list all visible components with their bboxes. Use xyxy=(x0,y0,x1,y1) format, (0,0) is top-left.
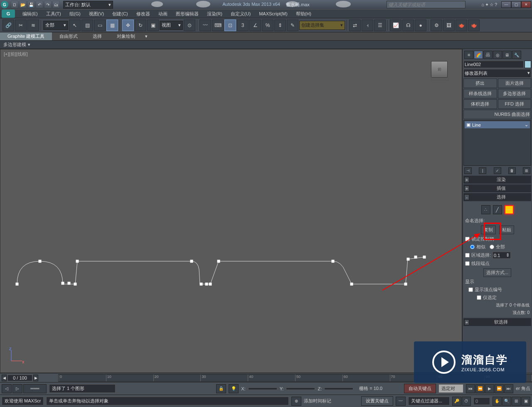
angle-snap-icon[interactable]: ∠ xyxy=(249,20,261,31)
rotate-icon[interactable]: ↻ xyxy=(135,20,146,31)
panel-modify-icon[interactable]: 🌈 xyxy=(474,51,483,59)
tab-graphite[interactable]: Graphite 建模工具 xyxy=(0,32,52,40)
minimize-button[interactable]: — xyxy=(501,1,511,8)
bind-icon[interactable]: ≋ xyxy=(27,20,39,31)
menu-edit[interactable]: 编辑(E) xyxy=(18,10,42,18)
auto-key-button[interactable]: 自动关键点 xyxy=(404,384,436,393)
isolate-icon[interactable]: 💡 xyxy=(229,384,239,393)
menu-graph[interactable]: 图形编辑器 xyxy=(172,10,203,18)
close-button[interactable]: ✕ xyxy=(521,1,531,8)
menu-create[interactable]: 创建(C) xyxy=(108,10,132,18)
next-frame-icon[interactable]: ▶ xyxy=(33,375,38,381)
stack-configure-icon[interactable]: ⊞ xyxy=(523,167,530,174)
stack-unique-icon[interactable]: ✓ xyxy=(494,167,501,174)
tab-freeform[interactable]: 自由形式 xyxy=(52,32,85,40)
layers-icon[interactable]: ☰ xyxy=(374,20,386,31)
menu-modifiers[interactable]: 修改器 xyxy=(132,10,154,18)
btn-nurbs-select[interactable]: NURBS 曲面选择 xyxy=(463,110,531,119)
key-filter-button[interactable]: 关键点过滤器... xyxy=(408,397,450,405)
key-mode-icon[interactable]: 🔑 xyxy=(452,397,461,406)
schematic-icon[interactable]: ☊ xyxy=(402,20,414,31)
link-icon[interactable]: 🔗 xyxy=(2,20,14,31)
btn-poly-select[interactable]: 多边形选择 xyxy=(498,89,532,98)
zoom-icon[interactable]: 🔍 xyxy=(502,397,511,406)
zoom-all-icon[interactable]: ⊞ xyxy=(512,397,521,406)
panel-display-icon[interactable]: 🖥 xyxy=(502,51,512,59)
named-selection-dropdown[interactable]: 创建选择集▾ xyxy=(299,21,345,30)
render-frame-icon[interactable]: 🖼 xyxy=(443,20,455,31)
copy-button[interactable]: 复制 xyxy=(481,226,496,234)
search-input[interactable]: 键入关键字或短语 xyxy=(387,1,466,8)
subobj-segment-icon[interactable]: ╱ xyxy=(493,205,502,214)
prev-frame-icon[interactable]: ◀ xyxy=(2,375,7,381)
only-selected-check[interactable]: 仅选定 xyxy=(465,294,530,301)
tracknav-next-icon[interactable]: ▷ xyxy=(12,384,22,393)
scale-icon[interactable]: ▣ xyxy=(147,20,159,31)
menu-group[interactable]: 组(G) xyxy=(65,10,85,18)
help-icon[interactable]: ? xyxy=(495,2,497,7)
paste-button[interactable]: 粘贴 xyxy=(499,226,514,234)
menu-help[interactable]: 帮助(H) xyxy=(292,10,315,18)
snap-toggle-icon[interactable]: ⊡ xyxy=(224,20,236,31)
set-key-button[interactable]: 设置关键点 xyxy=(361,396,393,406)
selection-filter-dropdown[interactable]: 全部▾ xyxy=(43,21,68,30)
area-select-check[interactable]: 区域选择: xyxy=(465,252,491,258)
material-editor-icon[interactable]: ● xyxy=(415,20,426,31)
stack-remove-icon[interactable]: 🗑 xyxy=(508,167,516,174)
ribbon-collapse-icon[interactable]: ▾ xyxy=(143,33,150,40)
select-name-icon[interactable]: ▤ xyxy=(81,20,93,31)
communication-icon[interactable]: ⊕ xyxy=(291,397,301,406)
select-region-icon[interactable]: ▭ xyxy=(94,20,106,31)
keyboard-shortcut-icon[interactable]: ⌨ xyxy=(212,20,224,31)
object-name-input[interactable] xyxy=(463,61,524,68)
exchange-icon[interactable]: ✦ xyxy=(485,2,489,7)
rollout-render[interactable]: +渲染 xyxy=(463,176,531,184)
frame-display[interactable]: 0 / 100 xyxy=(7,375,32,381)
qat-open-icon[interactable]: 📂 xyxy=(19,1,27,8)
render-iterative-icon[interactable]: 🫖 xyxy=(468,20,480,31)
app-menu-button[interactable]: G xyxy=(2,10,15,18)
menu-maxscript[interactable]: MAXScript(M) xyxy=(255,10,291,17)
workspace-dropdown[interactable]: 工作台: 默认▾ xyxy=(63,1,113,9)
btn-spline-select[interactable]: 样条线选择 xyxy=(463,89,497,98)
show-vertex-num-check[interactable]: 显示顶点编号 xyxy=(465,287,530,293)
maximize-button[interactable]: ▢ xyxy=(511,1,521,8)
ref-coord-dropdown[interactable]: 视图▾ xyxy=(160,21,183,30)
select-method-button[interactable]: 选择方式... xyxy=(483,268,511,277)
coord-x-input[interactable] xyxy=(248,387,277,390)
all-radio[interactable]: 全部 xyxy=(490,244,505,250)
subobj-spline-icon[interactable]: 〰 xyxy=(505,205,514,214)
menu-render[interactable]: 渲染(R) xyxy=(203,10,227,18)
similar-radio[interactable]: 相似 xyxy=(470,244,485,250)
stack-showend-icon[interactable]: | xyxy=(479,167,486,174)
infocenter-icon[interactable]: ⌂ xyxy=(481,2,484,7)
lock-handles-check[interactable]: 锁定控制柄 xyxy=(465,236,530,242)
qat-project-icon[interactable]: 🗂 xyxy=(52,1,60,8)
ribbon-panel-label[interactable]: 多边形建模 xyxy=(3,42,26,48)
segment-end-check[interactable]: 线段端点 xyxy=(465,260,530,267)
prev-key-icon[interactable]: ⏪ xyxy=(475,384,485,393)
window-crossing-icon[interactable]: ▦ xyxy=(106,20,118,31)
stack-item-line[interactable]: ▣Line⌄ xyxy=(465,121,530,128)
trackbar-icon[interactable]: ═══ xyxy=(23,384,47,393)
viewport[interactable]: [+][前][线框] 前 xyxy=(0,49,462,373)
menu-animation[interactable]: 动画 xyxy=(154,10,172,18)
max-viewport-icon[interactable]: ▣ xyxy=(521,397,530,406)
render-setup-icon[interactable]: ⚙ xyxy=(431,20,442,31)
goto-end-icon[interactable]: ⏭ xyxy=(504,384,513,393)
coord-y-input[interactable] xyxy=(286,387,315,390)
btn-extrude[interactable]: 挤出 xyxy=(463,78,497,88)
curve-editor-icon[interactable]: 📈 xyxy=(390,20,401,31)
modifier-stack[interactable]: ▣Line⌄ xyxy=(463,120,531,166)
btn-volume-select[interactable]: 体积选择 xyxy=(463,99,497,109)
panel-create-icon[interactable]: ✳ xyxy=(464,51,473,59)
favorite-icon[interactable]: ☆ xyxy=(490,2,494,7)
mirror-icon[interactable]: ⇄ xyxy=(349,20,361,31)
snap-3-icon[interactable]: 3 xyxy=(237,20,249,31)
move-icon[interactable]: ✥ xyxy=(122,20,134,31)
tab-selection[interactable]: 选择 xyxy=(85,32,109,40)
btn-face-select[interactable]: 面片选择 xyxy=(498,78,532,88)
unlink-icon[interactable]: ✂ xyxy=(15,20,27,31)
selected-only-label[interactable]: 选定对 xyxy=(438,384,463,393)
modifier-list-dropdown[interactable]: 修改器列表▾ xyxy=(463,69,531,78)
